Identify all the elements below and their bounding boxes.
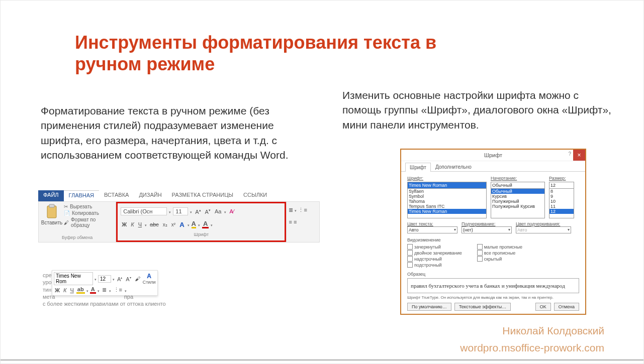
tab-font[interactable]: Шрифт [405,163,431,172]
chevron-down-icon[interactable]: ▾ [211,223,213,227]
list-item[interactable]: Курсив [491,194,544,199]
tab-layout[interactable]: РАЗМЕТКА СТРАНИЦЫ [167,190,238,201]
mt-format-painter[interactable]: 🖌 [134,276,141,282]
font-style-field[interactable]: Обычный [491,182,545,189]
font-color-combo[interactable]: Авто [407,226,457,233]
font-name-input[interactable]: Calibri (Осн [121,207,167,215]
font-size-field[interactable]: 12 [549,182,574,189]
list-item[interactable]: Symbol [408,194,486,199]
list-item[interactable]: Sylfaen [408,189,486,194]
checkbox-smallcaps[interactable] [477,244,483,250]
mt-bold-button[interactable]: Ж [54,287,61,293]
tab-insert[interactable]: ВСТАВКА [99,190,134,201]
align-left-icon[interactable]: ≡ [289,219,292,225]
dialog-title: Шрифт [484,152,502,158]
highlight-button[interactable]: A [192,221,196,228]
list-item[interactable]: Tahoma [408,199,486,204]
text-effects-button[interactable]: A [178,221,185,228]
paste-button[interactable]: Вставить [42,204,62,232]
mt-bullets-button[interactable]: ≣ [101,287,108,293]
tab-home[interactable]: ГЛАВНАЯ [64,190,99,201]
shrink-font-button[interactable]: A▾ [204,208,212,215]
preview-heading: Образец [407,272,579,277]
close-icon[interactable]: × [573,150,585,161]
list-item[interactable]: Полужирный Курсив [491,204,544,209]
chevron-down-icon[interactable]: ▾ [113,278,115,282]
dialog-titlebar: Шрифт ? × [401,150,585,161]
checkbox-allcaps[interactable] [477,250,483,256]
list-item[interactable]: Обычный [491,189,544,194]
list-item[interactable]: 10 [549,199,574,204]
chevron-down-icon[interactable]: ▾ [188,223,190,227]
bullets-icon[interactable]: ≣ [289,207,293,213]
tab-file[interactable]: ФАЙЛ [38,190,64,201]
font-size-input[interactable]: 11 [173,207,188,215]
mt-styles-button[interactable]: A Стили [143,273,156,285]
checkbox-strike[interactable] [407,244,413,250]
scissors-icon: ✂ [64,204,68,209]
underline-color-combo[interactable]: Авто [516,226,571,233]
chevron-down-icon[interactable]: ▾ [145,223,147,227]
mt-highlight-button[interactable]: ab [76,286,85,294]
superscript-button[interactable]: x² [170,222,176,227]
chevron-down-icon[interactable]: ▾ [169,210,171,214]
list-item[interactable]: Полужирный [491,199,544,204]
cut-button[interactable]: ✂Вырезать [64,204,113,209]
mt-font-color-button[interactable]: A [90,286,96,294]
underline-combo[interactable]: (нет) [462,226,512,233]
list-item[interactable]: 12 [549,209,574,214]
copy-button[interactable]: 📄Копировать [64,210,113,216]
list-item[interactable]: 9 [549,194,574,199]
cancel-button[interactable]: Отмена [554,303,579,311]
mt-font-name[interactable]: Times New Rom [54,272,93,285]
font-name-list[interactable]: Sylfaen Symbol Tahoma Tempus Sans ITC Ti… [407,188,487,218]
mt-italic-button[interactable]: К [62,287,67,293]
strikethrough-button[interactable]: abc [149,221,160,227]
underline-button[interactable]: Ч [137,221,143,227]
clear-formatting-button[interactable]: A⁄ [228,208,235,214]
list-item[interactable]: Times New Roman [408,209,486,214]
chevron-down-icon[interactable]: ▾ [190,210,192,214]
truetype-note: Шрифт TrueType. Он используется для выво… [407,295,579,300]
tab-advanced[interactable]: Дополнительно [431,162,476,171]
subscript-button[interactable]: x₂ [162,222,168,227]
font-color-button[interactable]: A [202,221,209,228]
format-painter-button[interactable]: 🖌Формат по образцу [64,217,113,228]
chevron-down-icon[interactable]: ▾ [95,278,97,282]
body-text-left: Форматирование текста в ручном режиме (б… [41,103,302,163]
chevron-down-icon[interactable]: ▾ [98,289,100,293]
italic-button[interactable]: К [130,221,135,227]
grow-font-button[interactable]: A▴ [194,208,202,215]
chevron-down-icon[interactable]: ▾ [224,210,226,214]
checkbox-dstrike[interactable] [407,250,413,256]
checkbox-superscript[interactable] [407,256,413,262]
mt-shrink-font[interactable]: A▾ [125,276,132,282]
default-button[interactable]: По умолчанию… [407,303,451,311]
checkbox-hidden[interactable] [477,256,483,262]
checkbox-subscript[interactable] [407,262,413,268]
mt-numbering-button[interactable]: ⋮≡ [113,287,123,293]
tab-design[interactable]: ДИЗАЙН [134,190,166,201]
ok-button[interactable]: OK [535,303,551,311]
font-name-field[interactable]: Times New Roman [407,182,487,189]
preview-box: правил бухгалтерского учета в банках и у… [407,278,579,293]
list-item[interactable]: Tempus Sans ITC [408,204,486,209]
slide-title: Инструменты форматирования текста в ручн… [75,32,497,75]
list-item[interactable]: 8 [549,189,574,194]
tab-refs[interactable]: ССЫЛКИ [238,190,272,201]
help-icon[interactable]: ? [568,151,571,157]
bold-button[interactable]: Ж [121,221,128,227]
align-center-icon[interactable]: ≡ [294,219,297,225]
list-item[interactable]: 11 [549,204,574,209]
font-style-list[interactable]: Обычный Курсив Полужирный Полужирный Кур… [491,188,545,218]
numbering-icon[interactable]: ⋮≡ [298,207,307,213]
chevron-down-icon[interactable]: ▾ [86,289,88,293]
chevron-down-icon[interactable]: ▾ [198,223,200,227]
mt-underline-button[interactable]: Ч [69,287,74,293]
mt-font-size[interactable]: 12 [98,275,111,283]
body-blurb5: с более жесткими правилами от оттока кли… [43,300,204,307]
font-size-list[interactable]: 8 9 10 11 12 [549,188,574,218]
text-effects-button[interactable]: Текстовые эффекты… [454,303,511,311]
mt-grow-font[interactable]: A▴ [116,276,123,282]
change-case-button[interactable]: Aa [214,208,222,214]
